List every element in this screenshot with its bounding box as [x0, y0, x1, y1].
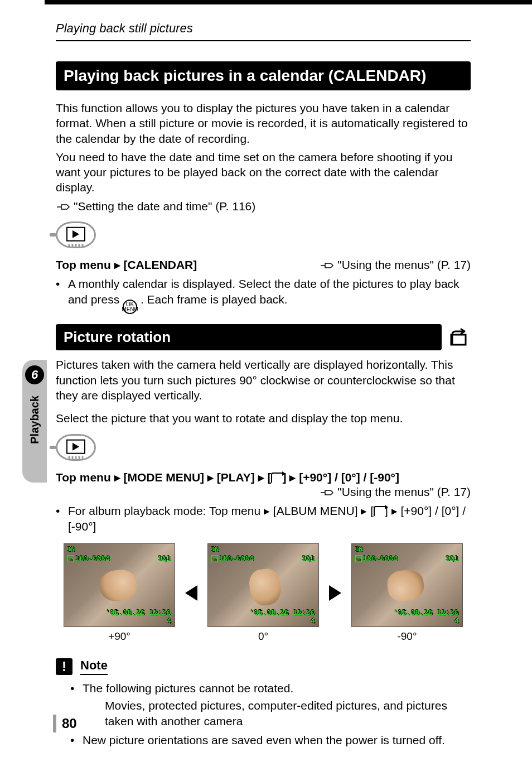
- list-item: • For album playback mode: Top menu ▸ [A…: [56, 503, 471, 535]
- example-thumb-0: IN ▭100-0004 SQ1 '05.09.26 12:30 4 0°: [207, 543, 319, 643]
- note-label: Note: [80, 658, 108, 675]
- menu-path-right: "Using the menus" (P. 17): [320, 485, 471, 499]
- rotate-icon: [447, 328, 471, 347]
- menu-path-left: Top menu ▸ [CALENDAR]: [56, 258, 197, 272]
- playback-icon: [66, 439, 85, 454]
- pointer-icon: [56, 200, 71, 210]
- breadcrumb: Playing back still pictures: [56, 21, 193, 36]
- caption: -90°: [351, 630, 463, 643]
- ref-text: "Setting the date and time" (P. 116): [74, 200, 255, 213]
- list-item: • A monthly calendar is displayed. Selec…: [56, 276, 471, 314]
- chapter-label: Playback: [28, 396, 41, 444]
- menu-path-left: Top menu ▸ [MODE MENU] ▸ [PLAY] ▸ [] ▸ […: [56, 471, 471, 484]
- chapter-number: 6: [25, 365, 44, 384]
- body-text: Pictures taken with the camera held vert…: [56, 357, 471, 403]
- menu-path-right: "Using the menus" (P. 17): [320, 258, 471, 272]
- menu-path-row: Top menu ▸ [MODE MENU] ▸ [PLAY] ▸ [] ▸ […: [56, 471, 471, 499]
- caption: 0°: [207, 630, 319, 643]
- section-title-calendar: Playing back pictures in a calendar (CAL…: [56, 61, 471, 90]
- pointer-icon: [320, 260, 335, 270]
- rotation-example-row: IN ▭100-0004 SQ1 '05.09.26 12:30 4 +90° …: [56, 543, 471, 643]
- ok-menu-button-icon: OK MENU: [123, 300, 137, 314]
- playback-icon: [66, 227, 85, 242]
- sub-text: Movies, protected pictures, computer-edi…: [105, 698, 471, 730]
- caption: +90°: [64, 630, 175, 643]
- arrow-left-icon: [185, 585, 197, 601]
- page-number: 80: [53, 715, 77, 732]
- body-text: This function allows you to display the …: [56, 100, 471, 146]
- example-thumb-minus90: IN ▭100-0004 SQ1 '05.09.26 12:30 4 -90°: [351, 543, 463, 643]
- menu-path-row: Top menu ▸ [CALENDAR] "Using the menus" …: [56, 258, 471, 272]
- header-rule: [56, 40, 471, 41]
- section-title-rotation: Picture rotation: [56, 324, 442, 350]
- note-badge-icon: !: [56, 658, 72, 675]
- arrow-right-icon: [329, 585, 341, 601]
- body-text: Select the picture that you want to rota…: [56, 411, 471, 426]
- rotate-icon: [271, 472, 282, 483]
- list-item: • New picture orientations are saved eve…: [70, 732, 471, 748]
- chapter-tab: 6 Playback: [22, 360, 47, 483]
- example-thumb-plus90: IN ▭100-0004 SQ1 '05.09.26 12:30 4 +90°: [64, 543, 175, 643]
- mode-dial-icon: [56, 221, 96, 248]
- mode-dial-icon: [56, 434, 96, 461]
- svg-rect-0: [451, 335, 466, 345]
- list-item: • The following pictures cannot be rotat…: [70, 681, 471, 729]
- note-heading: ! Note: [56, 658, 471, 675]
- rotate-icon: [374, 506, 385, 516]
- top-bar: [45, 0, 532, 4]
- pointer-icon: [320, 487, 335, 497]
- body-text: You need to have the date and time set o…: [56, 150, 471, 195]
- cross-ref: "Setting the date and time" (P. 116): [56, 199, 471, 214]
